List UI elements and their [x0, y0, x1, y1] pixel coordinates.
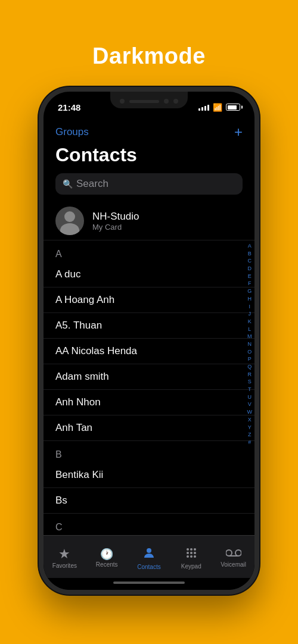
- voicemail-icon: [226, 548, 241, 559]
- alpha-letter-l[interactable]: L: [248, 326, 251, 333]
- my-card-info: NH-Studio My Card: [92, 211, 139, 232]
- alpha-letter-t[interactable]: T: [248, 386, 252, 393]
- tab-bar: ★ Favorites 🕐 Recents Contacts: [44, 535, 254, 578]
- contact-item[interactable]: Bs: [44, 488, 254, 514]
- section-header-a: A: [44, 240, 254, 262]
- phone-frame: 21:48 📶 Groups +: [39, 87, 259, 595]
- contact-item[interactable]: AA Nicolas Henda: [44, 339, 254, 364]
- keypad-icon: [185, 546, 198, 561]
- contact-item[interactable]: Bentika Kii: [44, 462, 254, 488]
- alpha-letter-m[interactable]: M: [247, 333, 252, 340]
- alpha-letter-u[interactable]: U: [248, 394, 252, 401]
- alpha-letter-j[interactable]: J: [249, 311, 252, 318]
- notch: [110, 92, 188, 108]
- alpha-letter-p[interactable]: P: [248, 356, 252, 363]
- search-placeholder: Search: [76, 178, 108, 190]
- svg-point-4: [187, 552, 189, 554]
- svg-point-9: [194, 555, 196, 558]
- svg-point-0: [147, 548, 151, 553]
- section-header-b: B: [44, 441, 254, 462]
- alpha-letter-i[interactable]: I: [249, 304, 250, 311]
- contact-item[interactable]: A duc: [44, 262, 254, 287]
- svg-point-3: [194, 548, 196, 551]
- alpha-letter-g[interactable]: G: [247, 288, 252, 295]
- page-title: Darkmode: [92, 43, 206, 69]
- alpha-letter-z[interactable]: Z: [248, 432, 252, 439]
- contact-list: ABCDEFGHIJKLMNOPQRSTUVWXYZ# A A duc A Ho…: [44, 240, 254, 535]
- alphabet-index[interactable]: ABCDEFGHIJKLMNOPQRSTUVWXYZ#: [247, 240, 253, 449]
- power-button: [258, 163, 259, 201]
- svg-point-11: [235, 550, 241, 556]
- contact-item[interactable]: Anh Nhon: [44, 390, 254, 415]
- home-bar: [113, 582, 185, 584]
- alpha-letter-b[interactable]: B: [248, 251, 252, 258]
- battery-fill: [228, 105, 237, 110]
- contact-name: Bs: [55, 495, 67, 507]
- contact-name: Anh Tan: [55, 422, 92, 434]
- alpha-letter-v[interactable]: V: [248, 401, 252, 408]
- wifi-icon: 📶: [213, 103, 222, 112]
- alpha-letter-w[interactable]: W: [247, 409, 253, 416]
- alpha-letter-x[interactable]: X: [248, 417, 252, 424]
- mute-button: [39, 195, 40, 214]
- add-contact-button[interactable]: +: [234, 125, 243, 139]
- groups-button[interactable]: Groups: [55, 126, 89, 138]
- contact-item[interactable]: A Hoang Anh: [44, 287, 254, 313]
- tab-voicemail[interactable]: Voicemail: [216, 548, 252, 568]
- alpha-letter-o[interactable]: O: [247, 349, 252, 356]
- my-card-subtitle: My Card: [92, 223, 139, 232]
- camera-dot-2: [164, 99, 169, 104]
- contact-item[interactable]: Adam smith: [44, 364, 254, 390]
- status-time: 21:48: [58, 102, 80, 112]
- page-wrapper: Darkmode 21:48: [0, 32, 298, 612]
- recents-label: Recents: [96, 561, 118, 568]
- contacts-icon: [142, 546, 156, 562]
- contact-name: A5. Thuan: [55, 320, 102, 332]
- contact-name: A Hoang Anh: [55, 294, 114, 306]
- recents-icon: 🕐: [100, 549, 113, 559]
- contact-item[interactable]: A5. Thuan: [44, 313, 254, 339]
- contact-name: AA Nicolas Henda: [55, 345, 137, 357]
- alpha-letter-c[interactable]: C: [248, 258, 252, 265]
- svg-point-6: [194, 552, 196, 554]
- alpha-letter-q[interactable]: Q: [247, 364, 252, 371]
- contact-item[interactable]: Anh Tan: [44, 415, 254, 441]
- signal-bar-2: [201, 107, 203, 111]
- camera-dot-3: [173, 99, 178, 104]
- signal-bar-3: [204, 106, 206, 111]
- alpha-letter-#[interactable]: #: [248, 439, 251, 446]
- alpha-letter-a[interactable]: A: [248, 243, 252, 250]
- signal-bar-4: [207, 105, 209, 111]
- alpha-letter-s[interactable]: S: [248, 379, 252, 386]
- volume-up-button: [39, 145, 40, 164]
- camera-area: [120, 99, 178, 104]
- contacts-title: Contacts: [55, 142, 243, 171]
- tab-recents[interactable]: 🕐 Recents: [89, 549, 125, 568]
- alpha-letter-k[interactable]: K: [248, 318, 252, 326]
- svg-point-1: [187, 548, 189, 551]
- alpha-letter-e[interactable]: E: [248, 273, 252, 280]
- search-bar[interactable]: 🔍 Search: [55, 173, 243, 195]
- alpha-letter-y[interactable]: Y: [248, 424, 252, 432]
- battery-icon: [226, 104, 240, 111]
- tab-favorites[interactable]: ★ Favorites: [46, 548, 82, 569]
- home-indicator: [44, 578, 254, 590]
- contacts-tab-label: Contacts: [137, 564, 160, 570]
- signal-icon: [198, 104, 209, 111]
- alpha-letter-h[interactable]: H: [248, 296, 252, 303]
- tab-keypad[interactable]: Keypad: [173, 546, 209, 570]
- favorites-icon: ★: [58, 548, 70, 561]
- svg-point-2: [190, 548, 193, 551]
- alpha-letter-d[interactable]: D: [248, 265, 252, 273]
- tab-contacts[interactable]: Contacts: [131, 546, 167, 570]
- contacts-header: Groups + Contacts 🔍 Search: [44, 118, 254, 202]
- search-icon: 🔍: [63, 179, 73, 189]
- svg-point-8: [190, 555, 193, 558]
- alpha-letter-f[interactable]: F: [248, 280, 252, 287]
- camera-dot-1: [120, 99, 125, 104]
- section-header-c: C: [44, 514, 254, 535]
- my-card[interactable]: NH-Studio My Card: [44, 202, 254, 240]
- alpha-letter-r[interactable]: R: [248, 371, 252, 379]
- svg-point-10: [226, 550, 232, 556]
- alpha-letter-n[interactable]: N: [248, 341, 252, 348]
